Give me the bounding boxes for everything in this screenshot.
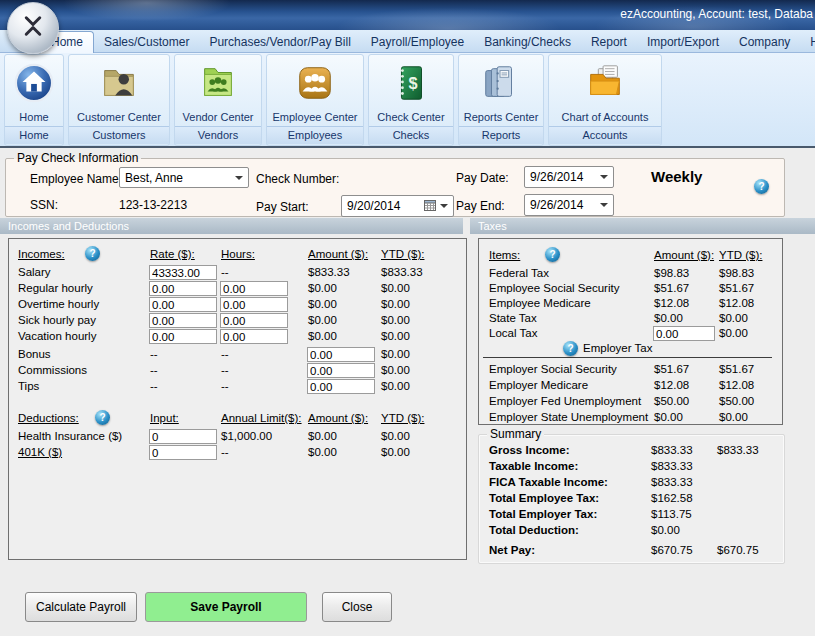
local-tax-input[interactable] xyxy=(653,326,715,341)
employees-group-caption: Employees xyxy=(267,126,363,144)
401k-input[interactable] xyxy=(149,445,217,460)
regular-hourly-rate-input[interactable] xyxy=(149,281,217,296)
help-globe-icon[interactable] xyxy=(85,246,100,261)
sick-hourly-amount: $0.00 xyxy=(308,314,337,326)
deduction-row-401k: 401K ($) -- $0.00 $0.00 xyxy=(9,445,466,461)
income-label: Regular hourly xyxy=(18,282,93,294)
pay-start-value: 9/20/2014 xyxy=(347,199,400,213)
close-button[interactable]: Close xyxy=(322,592,392,622)
ytd-header: YTD ($): xyxy=(381,412,424,424)
tab-import-export[interactable]: Import/Export xyxy=(637,32,729,52)
summary-label: Total Employee Tax: xyxy=(489,492,599,504)
pay-start-datepicker[interactable]: 9/20/2014 xyxy=(341,195,454,217)
summary-label: Total Employer Tax: xyxy=(489,508,597,520)
employee-name-label: Employee Name: xyxy=(30,172,122,186)
summary-label: Total Deduction: xyxy=(489,524,579,536)
chevron-down-icon xyxy=(440,204,448,208)
income-label: Tips xyxy=(18,380,39,392)
regular-hourly-hours-input[interactable] xyxy=(220,281,288,296)
vacation-hourly-hours-input[interactable] xyxy=(220,329,288,344)
customer-center-button[interactable]: Customer Center Customers xyxy=(68,54,170,146)
tax-label: Employer Fed Unemployment xyxy=(489,395,641,407)
summary-row-fica-taxable-income: FICA Taxable Income: $833.33 xyxy=(479,475,784,491)
pay-date-value: 9/26/2014 xyxy=(530,170,583,184)
accounts-group-caption: Accounts xyxy=(549,126,661,144)
titlebar: ezAccounting, Account: test, Databa xyxy=(0,0,815,30)
tips-hours: -- xyxy=(221,380,229,392)
fica-taxable-income-amount: $833.33 xyxy=(651,476,693,488)
tab-purchases-vendor-pay-bill[interactable]: Purchases/Vendor/Pay Bill xyxy=(199,32,360,52)
income-row-salary: Salary -- $833.33 $833.33 xyxy=(9,265,466,281)
hours-header: Hours: xyxy=(221,248,255,260)
salary-rate-input[interactable] xyxy=(149,265,217,280)
income-row-overtime-hourly: Overtime hourly $0.00 $0.00 xyxy=(9,297,466,313)
ytd-header: YTD ($): xyxy=(719,249,762,261)
tax-row-employee-social-security: Employee Social Security $51.67 $51.67 xyxy=(479,281,782,297)
check-center-label: Check Center xyxy=(369,111,453,126)
tab-help[interactable]: Help xyxy=(800,32,815,52)
health-insurance-input[interactable] xyxy=(149,429,217,444)
summary-label: Gross Income: xyxy=(489,444,570,456)
bonus-amount-input[interactable] xyxy=(307,347,375,362)
help-globe-icon[interactable] xyxy=(95,410,110,425)
tax-label: Employer State Unemployment xyxy=(489,411,648,423)
vacation-hourly-rate-input[interactable] xyxy=(149,329,217,344)
tab-company[interactable]: Company xyxy=(729,32,800,52)
calculate-payroll-button[interactable]: Calculate Payroll xyxy=(25,592,137,622)
sick-hourly-rate-input[interactable] xyxy=(149,313,217,328)
vendor-center-label: Vendor Center xyxy=(175,111,261,126)
amount-header: Amount ($): xyxy=(308,412,368,424)
taxes-panel: Items: Amount ($): YTD ($): Federal Tax … xyxy=(478,238,783,425)
employer-medicare-amount: $12.08 xyxy=(654,379,689,391)
overtime-hourly-rate-input[interactable] xyxy=(149,297,217,312)
check-center-button[interactable]: $ Check Center Checks xyxy=(368,54,454,146)
tax-row-employee-medicare: Employee Medicare $12.08 $12.08 xyxy=(479,296,782,312)
tab-sales-customer[interactable]: Sales/Customer xyxy=(94,32,199,52)
help-globe-icon[interactable] xyxy=(563,341,578,356)
amount-header: Amount ($): xyxy=(654,249,714,261)
reports-center-button[interactable]: Reports Center Reports xyxy=(458,54,544,146)
employee-center-button[interactable]: Employee Center Employees xyxy=(266,54,364,146)
vendor-center-button[interactable]: Vendor Center Vendors xyxy=(174,54,262,146)
employer-tax-heading-row: Employer Tax xyxy=(483,342,772,358)
commissions-ytd: $0.00 xyxy=(381,364,410,376)
income-label: Bonus xyxy=(18,348,51,360)
tax-label: Local Tax xyxy=(489,327,537,339)
employee-ss-ytd: $51.67 xyxy=(719,282,754,294)
health-insurance-limit: $1,000.00 xyxy=(221,430,272,442)
pay-date-select[interactable]: 9/26/2014 xyxy=(524,166,614,188)
deduction-row-health-insurance: Health Insurance ($) $1,000.00 $0.00 $0.… xyxy=(9,429,466,445)
app-menu-orb[interactable] xyxy=(7,2,59,54)
help-globe-icon[interactable] xyxy=(754,179,769,194)
tab-payroll-employee[interactable]: Payroll/Employee xyxy=(361,32,474,52)
tab-report[interactable]: Report xyxy=(581,32,637,52)
state-tax-amount: $0.00 xyxy=(654,312,683,324)
tips-amount-input[interactable] xyxy=(307,379,375,394)
menu-bar: Home Sales/Customer Purchases/Vendor/Pay… xyxy=(0,30,815,53)
tax-label: Employer Medicare xyxy=(489,379,588,391)
401k-link[interactable]: 401K ($) xyxy=(18,446,62,458)
gross-income-amount: $833.33 xyxy=(651,444,693,456)
amount-header: Amount ($): xyxy=(308,248,368,260)
employer-suta-amount: $0.00 xyxy=(654,411,683,423)
customer-center-icon xyxy=(69,55,169,111)
summary-row-total-employee-tax: Total Employee Tax: $162.58 xyxy=(479,491,784,507)
pay-end-select[interactable]: 9/26/2014 xyxy=(524,194,614,216)
chart-of-accounts-label: Chart of Accounts xyxy=(549,111,661,126)
tips-rate: -- xyxy=(150,380,158,392)
sick-hourly-hours-input[interactable] xyxy=(220,313,288,328)
home-button[interactable]: Home Home xyxy=(4,54,64,146)
income-row-vacation-hourly: Vacation hourly $0.00 $0.00 xyxy=(9,329,466,345)
home-button-label: Home xyxy=(5,111,63,126)
overtime-hourly-hours-input[interactable] xyxy=(220,297,288,312)
check-center-icon: $ xyxy=(369,55,453,111)
commissions-amount-input[interactable] xyxy=(307,363,375,378)
tax-row-federal: Federal Tax $98.83 $98.83 xyxy=(479,266,782,282)
tab-banking-checks[interactable]: Banking/Checks xyxy=(474,32,581,52)
summary-row-total-employer-tax: Total Employer Tax: $113.75 xyxy=(479,507,784,523)
save-payroll-button[interactable]: Save Payroll xyxy=(145,592,307,622)
chart-of-accounts-button[interactable]: Chart of Accounts Accounts xyxy=(548,54,662,146)
federal-tax-ytd: $98.83 xyxy=(719,267,754,279)
employee-name-select[interactable]: Best, Anne xyxy=(119,167,249,188)
help-globe-icon[interactable] xyxy=(545,247,560,262)
